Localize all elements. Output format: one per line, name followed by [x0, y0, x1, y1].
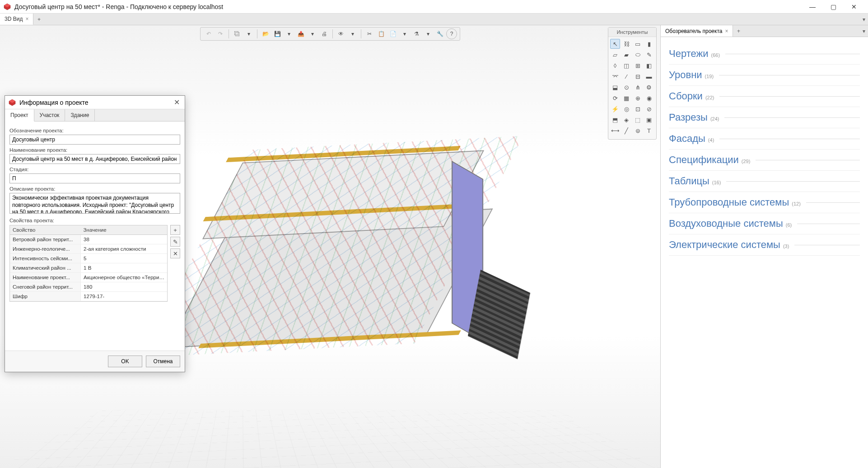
electric-tool[interactable]: ⚡	[610, 104, 620, 114]
undo-button[interactable]: ↶	[203, 28, 214, 39]
input-stage[interactable]	[9, 173, 180, 183]
table-row[interactable]: Климатический район ...1 В	[10, 263, 167, 273]
axis-tool[interactable]: ╱	[621, 126, 631, 136]
input-project-name[interactable]	[9, 154, 180, 164]
remove-property-button[interactable]: ✕	[170, 248, 180, 258]
ok-button[interactable]: OK	[108, 356, 142, 367]
tab-dropdown-button[interactable]: ▾	[860, 25, 868, 37]
text-tool[interactable]: T	[644, 126, 654, 136]
browser-item[interactable]: Спецификации(29)	[669, 150, 860, 171]
redo-button[interactable]: ↷	[215, 28, 226, 39]
tab-project-browser[interactable]: Обозреватель проекта ×	[661, 25, 733, 37]
copy2-button[interactable]: 📋	[376, 28, 387, 39]
switch-tool[interactable]: ⊘	[644, 104, 654, 114]
table-row[interactable]: Ветровой район террит...38	[10, 235, 167, 244]
pipe-tool[interactable]: ⟳	[610, 93, 620, 103]
fitting-tool[interactable]: ⊕	[633, 93, 643, 103]
table-row[interactable]: Интенсивность сейсми...5	[10, 254, 167, 263]
link-tool[interactable]: ⛓	[621, 39, 631, 49]
save-button[interactable]: 💾	[272, 28, 283, 39]
socket-tool[interactable]: ⊡	[633, 104, 643, 114]
add-property-button[interactable]: +	[170, 225, 180, 235]
dialog-close-button[interactable]: ✕	[172, 98, 181, 107]
open-button[interactable]: 📂	[260, 28, 271, 39]
table-row[interactable]: Инженерно-геологиче...2-ая категория сло…	[10, 244, 167, 254]
browser-item[interactable]: Трубопроводные системы(12)	[669, 192, 860, 213]
minimize-button[interactable]: —	[802, 0, 823, 14]
door-tool[interactable]: ◧	[644, 61, 654, 70]
browser-item[interactable]: Воздуховодные системы(6)	[669, 213, 860, 234]
element-tool[interactable]: ▣	[644, 115, 654, 125]
dropdown-icon[interactable]: ▾	[423, 28, 434, 39]
table-row[interactable]: Наименование проект...Акционерное общест…	[10, 273, 167, 282]
browser-item[interactable]: Электрические системы(3)	[669, 234, 860, 256]
model-tool[interactable]: ◈	[621, 115, 631, 125]
copy-button[interactable]: ⿻	[232, 28, 243, 39]
dropdown-icon[interactable]: ▾	[307, 28, 318, 39]
section-tool[interactable]: ⬒	[610, 115, 620, 125]
accessory-tool[interactable]: ◉	[644, 93, 654, 103]
help-button[interactable]: ?	[446, 28, 457, 39]
cancel-button[interactable]: Отмена	[146, 356, 180, 367]
tab-3d-view[interactable]: 3D Вид ×	[0, 14, 33, 25]
table-row[interactable]: Шифр1279-17-	[10, 292, 167, 301]
dialog-tab-project[interactable]: Проект	[5, 109, 34, 122]
table-row[interactable]: Снеговой район террит...180	[10, 282, 167, 292]
dialog-tab-building[interactable]: Здание	[65, 109, 95, 121]
rebar-tool[interactable]: ⋔	[633, 82, 643, 92]
beam-tool[interactable]: ⬭	[633, 50, 643, 60]
edit-property-button[interactable]: ✎	[170, 237, 180, 247]
wall-tool[interactable]: ▭	[633, 39, 643, 49]
window-tool[interactable]: ⊞	[633, 61, 643, 70]
dialog-titlebar[interactable]: Информация о проекте ✕	[5, 96, 185, 109]
dropdown-icon[interactable]: ▾	[243, 28, 254, 39]
dropdown-icon[interactable]: ▾	[284, 28, 294, 39]
browser-item[interactable]: Уровни(19)	[669, 65, 860, 86]
select-tool[interactable]: ↖	[610, 39, 620, 49]
paste-button[interactable]: 📄	[387, 28, 398, 39]
close-icon[interactable]: ×	[725, 28, 728, 34]
stair-tool[interactable]: ⌤	[610, 71, 620, 81]
dialog-tab-site[interactable]: Участок	[34, 109, 65, 121]
plate-tool[interactable]: ▬	[644, 71, 654, 81]
filter-button[interactable]: ⚗	[411, 28, 422, 39]
pile-tool[interactable]: ⊙	[621, 82, 631, 92]
browser-item[interactable]: Сборки(22)	[669, 86, 860, 107]
cut-button[interactable]: ✂	[364, 28, 375, 39]
close-button[interactable]: ✕	[844, 0, 864, 14]
ramp-tool[interactable]: ∕	[621, 71, 631, 81]
close-icon[interactable]: ×	[25, 16, 28, 22]
tab-dropdown-button[interactable]: ▾	[860, 14, 868, 25]
viewport-3d[interactable]: ↶ ↷ ⿻ ▾ 📂 💾 ▾ 📤 ▾ 🖨 👁 ▾ ✂ 📋 📄 ▾ ⚗ ▾ 🔧 ?	[0, 25, 660, 468]
add-tab-button[interactable]: +	[733, 25, 744, 37]
light-tool[interactable]: ◎	[621, 104, 631, 114]
browser-item[interactable]: Разрезы(24)	[669, 107, 860, 128]
browser-item[interactable]: Фасады(4)	[669, 128, 860, 150]
level-tool[interactable]: ⊜	[633, 126, 643, 136]
slab-tool[interactable]: ▰	[621, 50, 631, 60]
opening-tool[interactable]: ◫	[621, 61, 631, 70]
add-tab-button[interactable]: +	[33, 14, 44, 25]
line-tool[interactable]: ✎	[644, 50, 654, 60]
dropdown-icon[interactable]: ▾	[399, 28, 410, 39]
assembly-tool[interactable]: ⬚	[633, 115, 643, 125]
export-button[interactable]: 📤	[295, 28, 306, 39]
dimension-tool[interactable]: ⟷	[610, 126, 620, 136]
dropdown-icon[interactable]: ▾	[347, 28, 358, 39]
foundation-tool[interactable]: ⬓	[610, 82, 620, 92]
view-button[interactable]: 👁	[336, 28, 346, 39]
equipment-tool[interactable]: ⚙	[644, 82, 654, 92]
maximize-button[interactable]: ▢	[823, 0, 844, 14]
browser-item[interactable]: Таблицы(16)	[669, 171, 860, 192]
settings-button[interactable]: 🔧	[434, 28, 445, 39]
properties-table[interactable]: Свойство Значение Ветровой район террит.…	[9, 225, 168, 302]
floor-tool[interactable]: ▱	[610, 50, 620, 60]
print-button[interactable]: 🖨	[319, 28, 330, 39]
column-tool[interactable]: ▮	[644, 39, 654, 49]
input-project-code[interactable]	[9, 135, 180, 145]
duct-tool[interactable]: ▦	[621, 93, 631, 103]
railing-tool[interactable]: ⊟	[633, 71, 643, 81]
roof-tool[interactable]: ◊	[610, 61, 620, 70]
input-description[interactable]	[9, 193, 180, 214]
browser-item[interactable]: Чертежи(66)	[669, 43, 860, 65]
